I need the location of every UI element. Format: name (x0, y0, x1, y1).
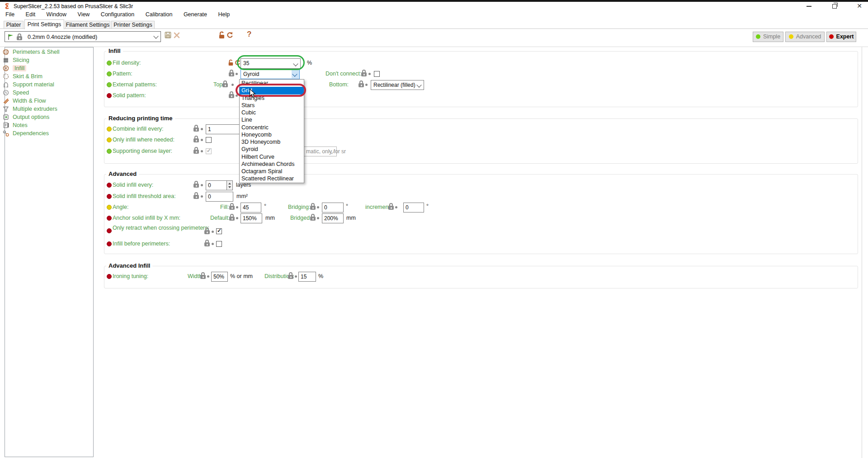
unlock-icon[interactable] (228, 59, 234, 66)
preset-combobox[interactable]: 0.2mm 0.4nozzle (modified) (5, 31, 161, 42)
lock-icon[interactable] (288, 272, 293, 279)
mode-expert-button[interactable]: Expert (826, 32, 856, 42)
menu-item-configuration[interactable]: Configuration (96, 10, 139, 19)
menu-item-window[interactable]: Window (42, 10, 71, 19)
spinner-arrows[interactable] (226, 180, 233, 190)
dropdown-item[interactable]: Scattered Rectilinear (240, 175, 304, 182)
sidebar-item-support[interactable]: Support material (2, 80, 54, 89)
lock-icon[interactable] (361, 70, 367, 76)
chevron-down-icon (153, 33, 158, 38)
degree-unit: ° (264, 203, 266, 209)
only-retract-label: Only retract when crossing perimeters: (113, 225, 219, 231)
only-retract-checkbox[interactable] (216, 228, 222, 234)
dropdown-item[interactable]: Concentric (240, 124, 304, 131)
only-infill-where-needed-checkbox[interactable] (206, 137, 212, 143)
lock-icon[interactable] (204, 227, 210, 234)
minimize-button[interactable] (801, 2, 816, 10)
solid-infill-threshold-input[interactable] (206, 192, 233, 202)
lock-icon[interactable] (193, 147, 199, 154)
dont-connect-checkbox[interactable] (374, 71, 380, 77)
dropdown-item[interactable]: Hilbert Curve (240, 153, 304, 161)
sidebar-item-width-flow[interactable]: Width & Flow (2, 97, 46, 105)
menu-item-calibration[interactable]: Calibration (141, 10, 177, 19)
mode-advanced-button[interactable]: Advanced (785, 32, 825, 42)
option-level-dot (107, 183, 112, 188)
anchor-default-input[interactable] (241, 213, 262, 223)
lock-icon[interactable] (229, 70, 234, 76)
dropdown-item[interactable]: Stars (240, 102, 304, 109)
angle-fill-input[interactable] (241, 203, 261, 212)
menu-item-view[interactable]: View (73, 10, 94, 19)
angle-bridging-input[interactable] (322, 203, 344, 212)
menu-item-file[interactable]: File (1, 10, 19, 19)
dropdown-item[interactable]: Archimedean Chords (240, 161, 304, 168)
angle-increment-input[interactable] (403, 203, 424, 212)
supporting-dense-value: matic, only for sr (306, 148, 346, 155)
sidebar-item-output-options[interactable]: Output options (2, 113, 49, 121)
tab-print-settings[interactable]: Print Settings (24, 19, 64, 29)
dropdown-item[interactable]: Line (240, 116, 304, 123)
mode-expert-label: Expert (836, 33, 854, 40)
menu-item-edit[interactable]: Edit (21, 10, 40, 19)
sidebar-item-perimeters[interactable]: Perimeters & Shell (2, 48, 60, 56)
lock-icon[interactable] (200, 272, 206, 279)
lock-icon[interactable] (193, 181, 199, 188)
lock-icon[interactable] (193, 136, 199, 142)
tab-printer-settings[interactable]: Printer Settings (111, 21, 155, 29)
ironing-distribution-input[interactable] (298, 272, 316, 282)
fill-density-unit: % (307, 60, 312, 66)
lock-icon[interactable] (229, 214, 235, 221)
sidebar-item-infill[interactable]: Infill (2, 64, 26, 72)
window-title: SuperSlicer_2.2.53 based on PrusaSlicer … (14, 3, 133, 9)
sidebar-item-slicing[interactable]: Slicing (2, 56, 29, 64)
lock-icon[interactable] (222, 80, 228, 87)
pattern-combobox[interactable]: Gyroid (241, 69, 300, 79)
sidebar-item-label: Speed (13, 90, 29, 96)
sidebar-item-multiple-extruders[interactable]: Multiple extruders (2, 105, 57, 113)
dropdown-item[interactable]: Honeycomb (240, 131, 304, 138)
undo-all-icon[interactable] (226, 31, 233, 39)
lock-icon[interactable] (204, 240, 210, 246)
infill-before-checkbox[interactable] (216, 241, 222, 247)
dropdown-item[interactable]: Gyroid (240, 146, 304, 153)
dropdown-item[interactable]: Octagram Spiral (240, 168, 304, 175)
perimeters-icon (2, 48, 9, 56)
lock-icon[interactable] (388, 203, 394, 210)
delete-preset-button[interactable] (173, 32, 180, 39)
tab-filament-settings[interactable]: Filament Settings (65, 21, 110, 29)
lock-icon[interactable] (229, 91, 234, 98)
sidebar-item-notes[interactable]: Notes (2, 121, 28, 129)
option-level-dot (107, 241, 112, 246)
dropdown-item[interactable]: Cubic (240, 109, 304, 116)
menu-item-generate[interactable]: Generate (179, 10, 212, 19)
save-preset-button[interactable] (164, 31, 172, 39)
menu-item-help[interactable]: Help (213, 10, 234, 19)
supporting-dense-layer-label: Supporting dense layer: (113, 148, 172, 154)
lock-icon[interactable] (193, 125, 199, 132)
dropdown-item[interactable]: 3D Honeycomb (240, 138, 304, 146)
unlock-all-button[interactable] (218, 31, 225, 39)
speed-icon (2, 89, 9, 96)
sidebar-item-dependencies[interactable]: Dependencies (2, 129, 49, 137)
lock-icon[interactable] (310, 214, 316, 221)
mode-advanced-label: Advanced (796, 33, 821, 40)
mode-simple-button[interactable]: Simple (753, 32, 783, 42)
lock-icon[interactable] (310, 203, 316, 210)
help-icon[interactable]: ? (247, 30, 251, 39)
separator-dot (236, 73, 238, 75)
combine-infill-input[interactable] (206, 124, 240, 134)
section-title: Advanced (106, 170, 139, 177)
sidebar-item-skirt[interactable]: Skirt & Brim (2, 72, 42, 80)
restore-button[interactable] (826, 2, 842, 10)
anchor-bridged-input[interactable] (322, 213, 344, 223)
ironing-width-input[interactable] (211, 272, 228, 282)
solid-infill-every-input[interactable] (206, 180, 227, 190)
lock-icon[interactable] (193, 192, 199, 199)
tab-plater[interactable]: Plater (4, 21, 24, 29)
bottom-pattern-combobox[interactable]: Rectilinear (filled) (371, 80, 424, 90)
lock-icon[interactable] (359, 80, 364, 87)
sidebar-item-speed[interactable]: Speed (2, 89, 29, 97)
separator-dot (317, 217, 319, 219)
lock-icon[interactable] (229, 203, 235, 210)
close-button[interactable]: ✕ (852, 2, 867, 10)
